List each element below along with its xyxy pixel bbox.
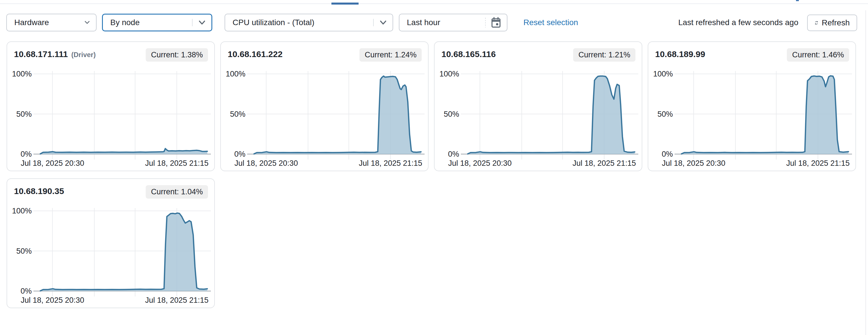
cpu-utilization-chart[interactable]: 100%50%0%Jul 18, 2025 20:30Jul 18, 2025 … (7, 204, 215, 305)
select-divider (373, 19, 374, 26)
cpu-series-area (40, 213, 208, 291)
node-ip: 10.68.190.35 (14, 186, 67, 196)
x-axis-tick-label: Jul 18, 2025 20:30 (21, 296, 84, 304)
tab-bar-divider (0, 3, 868, 4)
node-role-tag: (Driver) (71, 51, 96, 59)
y-axis-tick-label: 100% (653, 70, 673, 78)
calendar-icon (490, 16, 502, 29)
x-axis-tick-label: Jul 18, 2025 20:30 (662, 159, 725, 168)
view-mode-value: By node (103, 18, 140, 27)
current-value-badge: Current: 1.46% (787, 48, 849, 62)
metric-select[interactable]: CPU utilization - (Total) (224, 14, 393, 31)
node-metric-card: 10.68.190.35 Current: 1.04% 100%50%0%Jul… (7, 178, 215, 308)
current-value-badge: Current: 1.04% (146, 185, 208, 199)
x-axis-tick-label: Jul 18, 2025 21:15 (145, 159, 209, 168)
metric-value: CPU utilization - (Total) (225, 18, 314, 27)
x-axis-tick-label: Jul 18, 2025 20:30 (21, 159, 84, 168)
y-axis-tick-label: 50% (16, 247, 32, 256)
y-axis-tick-label: 100% (226, 70, 245, 78)
node-metric-card: 10.68.161.222 Current: 1.24% 100%50%0%Ju… (220, 41, 429, 171)
select-divider (192, 19, 193, 26)
y-axis-tick-label: 100% (12, 70, 32, 78)
y-axis-tick-label: 50% (230, 110, 245, 119)
chevron-down-icon (198, 20, 206, 25)
reset-selection-link[interactable]: Reset selection (523, 14, 578, 31)
node-ip: 10.68.171.111(Driver) (14, 49, 96, 59)
active-tab-indicator (332, 3, 359, 5)
node-ip: 10.68.189.99 (655, 49, 709, 59)
y-axis-tick-label: 100% (12, 207, 32, 215)
x-axis-tick-label: Jul 18, 2025 20:30 (448, 159, 512, 168)
select-divider-dotted (485, 18, 486, 27)
cpu-utilization-chart[interactable]: 100%50%0%Jul 18, 2025 20:30Jul 18, 2025 … (435, 67, 643, 168)
y-axis-tick-label: 0% (21, 150, 32, 158)
x-axis-tick-label: Jul 18, 2025 20:30 (235, 159, 298, 168)
node-metric-card: 10.68.189.99 Current: 1.46% 100%50%0%Jul… (648, 41, 856, 171)
chevron-down-icon (84, 20, 91, 25)
current-value-badge: Current: 1.38% (146, 48, 208, 62)
cpu-series-area (254, 76, 421, 154)
time-range-select[interactable]: Last hour (399, 14, 507, 31)
y-axis-tick-label: 50% (16, 110, 32, 119)
reset-selection-label: Reset selection (523, 18, 578, 27)
node-metric-card: 10.68.165.116 Current: 1.21% 100%50%0%Ju… (434, 41, 642, 171)
time-range-value: Last hour (399, 18, 440, 27)
y-axis-tick-label: 0% (234, 150, 245, 158)
node-ip: 10.68.161.222 (228, 49, 286, 59)
metric-group-value: Hardware (7, 18, 49, 27)
cpu-utilization-chart[interactable]: 100%50%0%Jul 18, 2025 20:30Jul 18, 2025 … (648, 67, 857, 168)
chevron-down-icon (379, 20, 388, 25)
scroll-area-edge (865, 10, 866, 335)
y-axis-tick-label: 100% (439, 70, 459, 78)
x-axis-tick-label: Jul 18, 2025 21:15 (786, 159, 850, 168)
refresh-icon (814, 19, 818, 27)
cpu-series-area (681, 76, 848, 154)
cpu-utilization-chart[interactable]: 100%50%0%Jul 18, 2025 20:30Jul 18, 2025 … (221, 67, 429, 168)
y-axis-tick-label: 0% (448, 150, 459, 158)
last-refreshed-text: Last refreshed a few seconds ago (678, 14, 798, 31)
x-axis-tick-label: Jul 18, 2025 21:15 (359, 159, 422, 168)
view-mode-select[interactable]: By node (102, 14, 212, 31)
metrics-page: Hardware By node CPU utilization - (Tota… (0, 0, 868, 335)
refresh-label: Refresh (822, 18, 850, 27)
node-ip: 10.68.165.116 (441, 49, 499, 59)
metric-group-select[interactable]: Hardware (6, 14, 97, 31)
cpu-utilization-chart[interactable]: 100%50%0%Jul 18, 2025 20:30Jul 18, 2025 … (7, 67, 215, 168)
y-axis-tick-label: 0% (21, 287, 32, 295)
y-axis-tick-label: 0% (662, 150, 673, 158)
y-axis-tick-label: 50% (657, 110, 673, 119)
x-axis-tick-label: Jul 18, 2025 21:15 (572, 159, 636, 168)
current-value-badge: Current: 1.21% (573, 48, 636, 62)
clipped-top-icon-fragment (796, 0, 799, 1)
x-axis-tick-label: Jul 18, 2025 21:15 (145, 296, 209, 304)
refresh-button[interactable]: Refresh (807, 14, 857, 31)
y-axis-tick-label: 50% (444, 110, 459, 119)
current-value-badge: Current: 1.24% (360, 48, 422, 62)
node-metric-card: 10.68.171.111(Driver) Current: 1.38% 100… (7, 41, 215, 171)
